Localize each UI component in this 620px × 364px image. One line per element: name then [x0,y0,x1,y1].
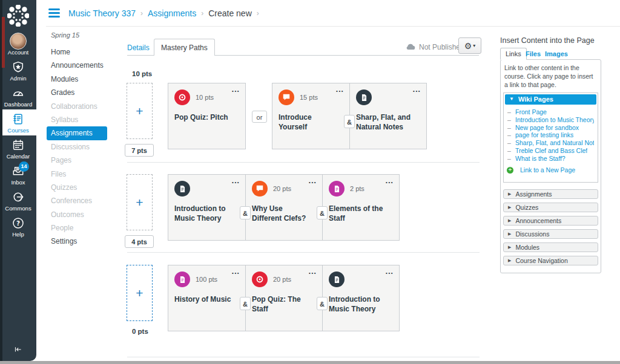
course-nav: Spring 15 HomeAnnouncementsModulesGrades… [36,31,127,249]
course-nav-modules[interactable]: Modules [36,73,127,86]
card-points: 100 pts [196,276,217,283]
course-nav-syllabus[interactable]: Syllabus [36,113,127,126]
kebab-menu-icon[interactable]: ••• [309,180,317,185]
accordion-assignments[interactable]: ▶Assignments [503,189,598,199]
add-assignment-dropzone[interactable]: + [127,83,153,139]
assignment-card[interactable]: &2 pts•••Elements of the Staff [322,175,399,240]
and-connector: & [240,206,251,219]
course-nav-files[interactable]: Files [36,167,127,181]
accordion-announcements[interactable]: ▶Announcements [503,216,598,226]
course-nav-announcements[interactable]: Announcements [36,59,127,72]
card-header [356,89,420,105]
dash-icon: – [507,124,515,131]
kebab-menu-icon[interactable]: ••• [232,180,240,185]
assignment-card[interactable]: 100 pts•••History of Music [168,265,245,331]
assignment-card[interactable]: &20 pts•••Why Use Different Clefs? [245,175,322,240]
assignment-cards: •••Introduction to Music Theory&20 pts••… [168,174,400,241]
tab-images[interactable]: Images [545,50,568,57]
wiki-page-link[interactable]: Introduction to Music Theory [515,116,594,123]
tab-files[interactable]: Files [526,50,541,57]
wiki-page-link[interactable]: Sharp, Flat, and Natural Notes [515,139,594,146]
tab-details[interactable]: Details [127,44,150,52]
status-text: Not Published [419,43,464,51]
kebab-menu-icon[interactable]: ••• [232,270,240,276]
course-nav-settings[interactable]: Settings [36,235,127,248]
dashboard-gauge-icon [0,86,36,100]
wiki-page-link-row: –New page for sandbox [505,123,596,131]
and-connector: & [317,206,328,219]
collapse-sidebar-button[interactable] [0,346,36,357]
calendar-icon [0,138,36,152]
panel-description: Link to other content in the course. Cli… [504,64,597,89]
sidebar-item-inbox[interactable]: 14Inbox [0,161,36,187]
wiki-page-link[interactable]: Treble Clef and Bass Clef [515,147,587,154]
assignment-card[interactable]: 15 pts•••Introduce Yourself [272,83,349,149]
course-nav-collaborations[interactable]: Collaborations [36,100,127,113]
kebab-menu-icon[interactable]: ••• [386,180,394,185]
assignment-card[interactable]: &20 pts•••Pop Quiz: The Staff [245,265,322,331]
sidebar-item-admin[interactable]: Admin [0,57,36,83]
kebab-menu-icon[interactable]: ••• [232,88,240,94]
insert-content-panel: Insert Content into the Page Links Files… [500,36,601,273]
kebab-menu-icon[interactable]: ••• [309,270,317,276]
assignment-card[interactable]: &•••Sharp, Flat, and Natural Notes [349,83,426,149]
wiki-pages-listbox: ▼ Wiki Pages –Front Page–Introduction to… [503,93,598,183]
score-cutoff-input[interactable]: 4 pts [125,235,154,248]
course-nav-discussions[interactable]: Discussions [36,140,127,154]
assignment-card[interactable]: &•••Introduction to Music Theory [322,265,399,331]
card-title: Pop Quiz: The Staff [252,295,316,314]
wiki-pages-section-header[interactable]: ▼ Wiki Pages [505,94,596,105]
course-nav-grades[interactable]: Grades [36,86,127,99]
course-nav-outcomes[interactable]: Outcomes [36,208,127,221]
kebab-menu-icon[interactable]: ••• [413,88,421,94]
course-nav-quizzes[interactable]: Quizzes [36,181,127,194]
wiki-page-link[interactable]: New page for sandbox [515,124,579,131]
breadcrumb-bar: Music Theory 337›Assignments›Create new› [46,0,620,27]
kebab-menu-icon[interactable]: ••• [386,270,394,276]
assignment-card[interactable]: •••Introduction to Music Theory [168,175,245,240]
hamburger-menu-icon[interactable] [48,7,60,19]
sidebar-item-label: Help [0,231,36,238]
course-nav-home[interactable]: Home [36,45,127,59]
wiki-page-link[interactable]: What is the Staff? [515,155,566,162]
kebab-menu-icon[interactable]: ••• [336,88,344,94]
and-connector: & [317,297,328,310]
accordion-label: Assignments [515,190,552,198]
accordion-course-navigation[interactable]: ▶Course Navigation [503,256,598,265]
wiki-page-link[interactable]: page for testing links [515,131,573,138]
chevron-right-icon: ▶ [508,245,511,250]
breadcrumb-item[interactable]: Assignments [148,8,196,18]
card-points: 20 pts [273,276,291,283]
card-header [329,271,393,287]
sidebar-item-help[interactable]: ?Help [0,213,36,239]
accordion-quizzes[interactable]: ▶Quizzes [503,203,598,212]
add-assignment-dropzone[interactable]: + [127,174,153,230]
breadcrumb-item[interactable]: Music Theory 337 [68,8,136,18]
sidebar-item-calendar[interactable]: Calendar [0,135,36,161]
plus-icon: + [136,287,143,299]
sidebar-item-courses[interactable]: Courses [0,109,36,135]
assignment-card[interactable]: 10 pts•••Pop Quiz: Pitch [168,83,245,149]
wiki-page-link-row: –Sharp, Flat, and Natural Notes [505,139,596,147]
accordion-discussions[interactable]: ▶Discussions [503,229,598,239]
card-header: 20 pts [252,181,316,197]
tab-links[interactable]: Links [500,48,527,60]
media-doc-icon [329,181,345,197]
accordion-label: Modules [515,244,539,251]
course-nav-pages[interactable]: Pages [36,154,127,167]
course-nav-people[interactable]: People [36,221,127,235]
score-cutoff-input[interactable]: 7 pts [125,144,154,157]
sidebar-item-commons[interactable]: Commons [0,187,36,213]
settings-gear-button[interactable]: ⚙ ▾ [458,37,481,54]
wiki-page-link[interactable]: Front Page [515,108,547,115]
quiz-icon [252,271,268,287]
sidebar-item-dashboard[interactable]: Dashboard [0,83,36,109]
sidebar-item-account[interactable]: Account [0,31,36,57]
course-nav-assignments[interactable]: Assignments [47,126,107,140]
tab-mastery-paths[interactable]: Mastery Paths [154,39,215,56]
canvas-logo[interactable] [0,0,36,31]
course-nav-conferences[interactable]: Conferences [36,194,127,207]
link-to-new-page[interactable]: + Link to a New Page [505,166,596,174]
accordion-modules[interactable]: ▶Modules [503,242,598,252]
add-assignment-dropzone[interactable]: + [127,265,153,321]
